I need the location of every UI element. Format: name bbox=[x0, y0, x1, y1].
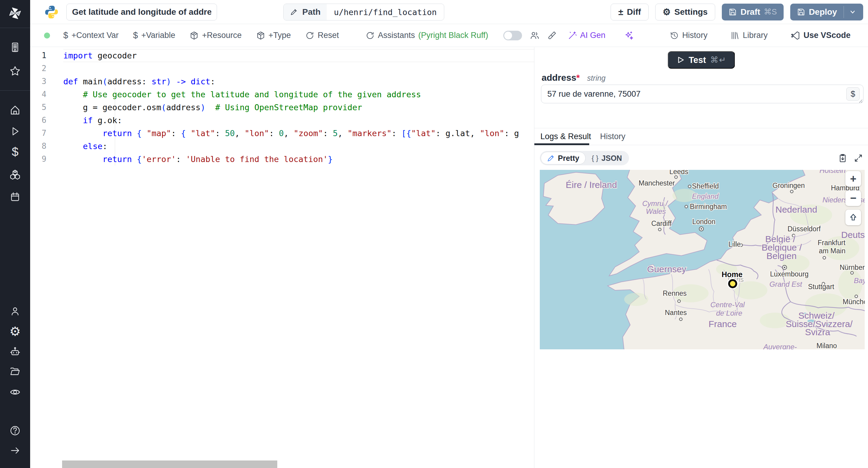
add-type-button[interactable]: +Type bbox=[249, 31, 298, 40]
active-tab-underline bbox=[534, 143, 589, 145]
windmill-logo-icon[interactable] bbox=[8, 7, 22, 20]
argument-label: address* string bbox=[541, 73, 606, 83]
help-icon[interactable] bbox=[8, 424, 22, 437]
add-variable-label: +Variable bbox=[141, 31, 176, 40]
map-label: Bayern bbox=[854, 276, 865, 285]
pretty-label: Pretty bbox=[558, 154, 579, 163]
map-label: Düsseldorf bbox=[787, 225, 821, 233]
python-language-icon bbox=[44, 5, 59, 19]
map-label: Nürnberg bbox=[840, 264, 865, 271]
map-zoom-out-button[interactable]: − bbox=[845, 190, 861, 206]
map-label: de Loire bbox=[716, 309, 742, 317]
code-editor[interactable]: 123456789 import geocoderdef main(addres… bbox=[30, 47, 534, 468]
map-label: Luxembourg bbox=[770, 270, 809, 278]
tab-history[interactable]: History bbox=[600, 128, 625, 145]
add-resource-button[interactable]: +Resource bbox=[182, 31, 249, 40]
map-label: Auvergne- bbox=[763, 343, 797, 349]
code-lines[interactable]: import geocoderdef main(address: str) ->… bbox=[63, 49, 534, 166]
pretty-toggle[interactable]: Pretty bbox=[541, 152, 586, 164]
eye-icon[interactable] bbox=[8, 386, 22, 399]
format-brush-icon[interactable] bbox=[543, 31, 561, 40]
save-icon bbox=[728, 8, 737, 16]
refresh-icon bbox=[305, 31, 314, 40]
required-star: * bbox=[576, 73, 580, 82]
schedules-calendar-icon[interactable] bbox=[8, 190, 22, 204]
library-books-icon bbox=[730, 31, 739, 40]
multiplayer-users-icon[interactable] bbox=[526, 31, 543, 40]
run-panel: Test ⌘↵ address* string $ Logs & Result … bbox=[534, 47, 868, 468]
package-icon bbox=[256, 31, 265, 40]
workspace-building-icon[interactable] bbox=[8, 41, 22, 54]
test-label: Test bbox=[689, 55, 706, 65]
library-button[interactable]: Library bbox=[723, 31, 775, 40]
deploy-button[interactable]: Deploy bbox=[790, 4, 863, 21]
reset-label: Reset bbox=[318, 31, 339, 40]
json-label: JSON bbox=[601, 154, 622, 163]
settings-button[interactable]: ⚙ Settings bbox=[655, 4, 715, 21]
folder-icon[interactable] bbox=[8, 365, 22, 378]
map-label: Stuttgart bbox=[808, 283, 835, 291]
draft-label: Draft bbox=[741, 7, 760, 17]
line-numbers: 123456789 bbox=[30, 49, 63, 166]
assistants-button[interactable]: Assistants (Pyright Black Ruff) bbox=[358, 31, 495, 40]
map-zoom-in-button[interactable]: + bbox=[845, 171, 861, 187]
app-sidebar: $ ⚙ bbox=[0, 0, 30, 468]
ai-gen-button[interactable]: AI Gen bbox=[561, 31, 613, 40]
map-label: Cymru / bbox=[642, 199, 668, 207]
map-label: France bbox=[709, 319, 737, 329]
editor-toolbar: $ +Context Var $ +Variable +Resource +Ty… bbox=[30, 24, 868, 47]
script-title-input[interactable] bbox=[66, 4, 217, 21]
insert-variable-button[interactable]: $ bbox=[846, 87, 860, 101]
map-label: Birmingham bbox=[690, 203, 727, 210]
argument-type: string bbox=[587, 74, 606, 82]
robot-icon[interactable] bbox=[8, 345, 22, 358]
draft-button[interactable]: Draft ⌘S bbox=[722, 4, 784, 21]
collapse-arrow-icon[interactable] bbox=[8, 444, 22, 457]
map-label: Grand Est bbox=[770, 280, 802, 288]
map-label: Nederland bbox=[775, 204, 817, 214]
copy-result-icon[interactable] bbox=[838, 153, 847, 163]
result-map[interactable]: LeedsManchesterSheffieldÉire / IrelandEn… bbox=[540, 170, 865, 349]
diff-button[interactable]: ± Diff bbox=[611, 4, 648, 21]
runs-play-icon[interactable] bbox=[8, 125, 22, 138]
settings-gear-icon[interactable]: ⚙ bbox=[8, 325, 22, 338]
tab-logs-result[interactable]: Logs & Result bbox=[540, 128, 591, 145]
user-icon[interactable] bbox=[8, 305, 22, 318]
map-label: Svizra bbox=[805, 327, 830, 337]
dollar-icon: $ bbox=[63, 30, 68, 40]
address-input[interactable] bbox=[541, 85, 864, 103]
horizontal-scrollbar[interactable] bbox=[62, 461, 277, 468]
sparkles-icon[interactable] bbox=[621, 31, 638, 40]
map-label: Lille bbox=[728, 240, 741, 248]
path-editor[interactable]: Path u/henri/find_location bbox=[283, 4, 444, 21]
add-variable-button[interactable]: $ +Variable bbox=[126, 30, 182, 40]
chevron-down-icon[interactable] bbox=[849, 8, 857, 16]
assistant-toggle[interactable] bbox=[503, 31, 522, 40]
vscode-button[interactable]: Use VScode bbox=[783, 31, 858, 40]
pen-icon bbox=[547, 154, 555, 162]
home-icon[interactable] bbox=[8, 104, 22, 117]
resize-handle-icon[interactable] bbox=[858, 98, 863, 103]
json-toggle[interactable]: { } JSON bbox=[586, 154, 628, 163]
library-label: Library bbox=[743, 31, 768, 40]
sidebar-divider bbox=[0, 28, 30, 28]
dollar-icon: $ bbox=[133, 30, 138, 40]
map-reset-view-button[interactable] bbox=[845, 210, 861, 225]
settings-label: Settings bbox=[674, 7, 707, 17]
history-button[interactable]: History bbox=[662, 31, 715, 40]
map-label: Cardiff bbox=[651, 220, 672, 227]
topbar: Path u/henri/find_location ± Diff ⚙ Sett… bbox=[30, 0, 868, 24]
reset-button[interactable]: Reset bbox=[298, 31, 346, 40]
fullscreen-icon[interactable] bbox=[854, 153, 863, 163]
variables-dollar-icon[interactable]: $ bbox=[8, 145, 22, 158]
test-button[interactable]: Test ⌘↵ bbox=[668, 51, 735, 69]
path-value: u/henri/find_location bbox=[327, 7, 444, 17]
add-context-var-button[interactable]: $ +Context Var bbox=[56, 30, 126, 40]
map-label: England bbox=[692, 192, 719, 200]
favorites-star-icon[interactable] bbox=[8, 64, 22, 78]
map-label: Manchester bbox=[639, 179, 675, 187]
arrow-up-icon bbox=[848, 212, 858, 222]
argument-name: address bbox=[541, 73, 576, 82]
resources-boxes-icon[interactable] bbox=[8, 168, 22, 181]
gear-icon: ⚙ bbox=[663, 7, 671, 16]
